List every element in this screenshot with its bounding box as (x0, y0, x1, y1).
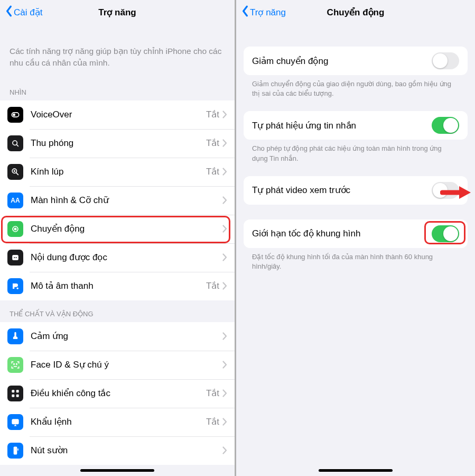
row-frame-limit[interactable]: Giới hạn tốc độ khung hình (244, 219, 468, 248)
row-faceid[interactable]: Face ID & Sự chú ý (0, 351, 235, 379)
intro-text: Các tính năng trợ năng giúp bạn tùy chỉn… (0, 24, 235, 79)
row-motion[interactable]: Chuyển động (0, 215, 235, 243)
row-label: Giới hạn tốc độ khung hình (252, 228, 432, 239)
footer-frame-limit: Đặt tốc độ khung hình tối đa của màn hìn… (236, 248, 475, 281)
row-label: Thu phóng (31, 138, 206, 149)
row-voice-control[interactable]: Khẩu lệnh Tắt (0, 408, 235, 436)
svg-point-11 (14, 257, 15, 258)
navbar-right: Trợ năng Chuyển động (236, 0, 475, 24)
footer-reduce-motion: Giảm chuyển động của giao diện người dùn… (236, 75, 475, 108)
svg-rect-16 (12, 390, 14, 392)
row-label: Chuyển động (31, 223, 222, 234)
faceid-icon (7, 357, 23, 373)
voice-control-icon (7, 414, 23, 430)
row-value: Tắt (206, 416, 219, 427)
row-value: Tắt (206, 166, 219, 177)
section-header-vision: NHÌN (0, 79, 235, 100)
group-frame-limit: Giới hạn tốc độ khung hình (244, 219, 468, 248)
row-label: Màn hình & Cỡ chữ (31, 195, 222, 206)
row-label: Khẩu lệnh (31, 416, 206, 427)
row-touch[interactable]: Cảm ứng (0, 322, 235, 351)
switch-control-icon (7, 386, 23, 401)
row-value: Tắt (206, 109, 219, 120)
chevron-right-icon (222, 418, 227, 426)
navbar-left: Cài đặt Trợ năng (0, 0, 235, 24)
row-label: Giảm chuyển động (252, 56, 432, 67)
chevron-left-icon (241, 5, 249, 20)
group-reduce-motion: Giảm chuyển động (244, 47, 468, 75)
svg-rect-19 (16, 395, 19, 397)
row-zoom[interactable]: Thu phóng Tắt (0, 129, 235, 158)
home-indicator[interactable] (80, 469, 154, 472)
chevron-right-icon (222, 111, 227, 118)
row-display-text[interactable]: AA Màn hình & Cỡ chữ (0, 186, 235, 215)
toggle-message-effects[interactable] (432, 117, 459, 134)
row-audio-desc[interactable]: Mô tả âm thanh Tắt (0, 272, 235, 300)
accessibility-pane: Cài đặt Trợ năng Các tính năng trợ năng … (0, 0, 236, 476)
voiceover-icon (7, 107, 23, 123)
svg-point-1 (13, 114, 15, 115)
svg-rect-10 (12, 255, 18, 260)
row-label: Nội dung được đọc (31, 252, 222, 263)
row-reduce-motion[interactable]: Giảm chuyển động (244, 47, 468, 75)
svg-point-2 (13, 141, 17, 145)
back-button[interactable]: Cài đặt (5, 5, 42, 20)
svg-rect-21 (14, 446, 17, 454)
row-label: Face ID & Sự chú ý (31, 359, 222, 370)
vision-list: VoiceOver Tắt Thu phóng Tắt Kính lúp Tắt… (0, 100, 235, 300)
section-header-motor: THỂ CHẤT VÀ VẬN ĐỘNG (0, 300, 235, 322)
home-indicator[interactable] (319, 469, 393, 472)
row-side-button[interactable]: Nút sườn (0, 436, 235, 465)
audio-desc-icon (7, 278, 23, 294)
group-message-effects: Tự phát hiệu ứng tin nhắn (244, 111, 468, 140)
row-message-effects[interactable]: Tự phát hiệu ứng tin nhắn (244, 111, 468, 140)
zoom-icon (7, 135, 23, 151)
magnifier-icon (7, 164, 23, 180)
row-label: Tự phát hiệu ứng tin nhắn (252, 120, 432, 131)
svg-line-3 (17, 144, 18, 146)
toggle-frame-limit[interactable] (432, 225, 459, 242)
row-label: Tự phát video xem trước (252, 185, 432, 196)
row-label: Cảm ứng (31, 331, 222, 342)
chevron-right-icon (222, 361, 227, 369)
motion-icon (7, 221, 23, 237)
svg-rect-18 (12, 395, 14, 397)
text-size-icon: AA (7, 193, 23, 208)
back-button[interactable]: Trợ năng (241, 5, 286, 20)
chevron-right-icon (222, 253, 227, 261)
chevron-left-icon (5, 5, 13, 20)
row-magnifier[interactable]: Kính lúp Tắt (0, 158, 235, 186)
row-spoken-content[interactable]: Nội dung được đọc (0, 243, 235, 272)
row-voiceover[interactable]: VoiceOver Tắt (0, 100, 235, 129)
spoken-content-icon (7, 250, 23, 266)
svg-line-5 (16, 173, 18, 175)
chevron-right-icon (222, 332, 227, 340)
svg-rect-20 (12, 419, 18, 424)
motor-list: Cảm ứng Face ID & Sự chú ý Điều khiển cô… (0, 322, 235, 465)
row-video-preview[interactable]: Tự phát video xem trước (244, 176, 468, 205)
back-label: Cài đặt (14, 7, 42, 18)
row-label: Kính lúp (31, 167, 206, 177)
toggle-video-preview[interactable] (432, 182, 459, 199)
chevron-right-icon (222, 225, 227, 233)
svg-rect-22 (17, 448, 18, 451)
back-label: Trợ năng (250, 7, 286, 18)
row-switch-control[interactable]: Điều khiển công tắc Tắt (0, 379, 235, 408)
side-button-icon (7, 443, 23, 459)
touch-icon (7, 328, 23, 344)
motion-pane: Trợ năng Chuyển động Giảm chuyển động Gi… (236, 0, 475, 476)
row-label: VoiceOver (31, 109, 206, 120)
row-label: Nút sườn (31, 445, 222, 456)
svg-point-14 (14, 363, 15, 364)
svg-point-13 (17, 287, 18, 289)
row-value: Tắt (206, 388, 219, 399)
svg-rect-17 (16, 390, 19, 392)
chevron-right-icon (222, 282, 227, 290)
chevron-right-icon (222, 168, 227, 176)
row-label: Mô tả âm thanh (31, 280, 206, 291)
chevron-right-icon (222, 196, 227, 204)
chevron-right-icon (222, 446, 227, 454)
row-label: Điều khiển công tắc (31, 388, 206, 399)
chevron-right-icon (222, 139, 227, 147)
toggle-reduce-motion[interactable] (432, 52, 459, 69)
